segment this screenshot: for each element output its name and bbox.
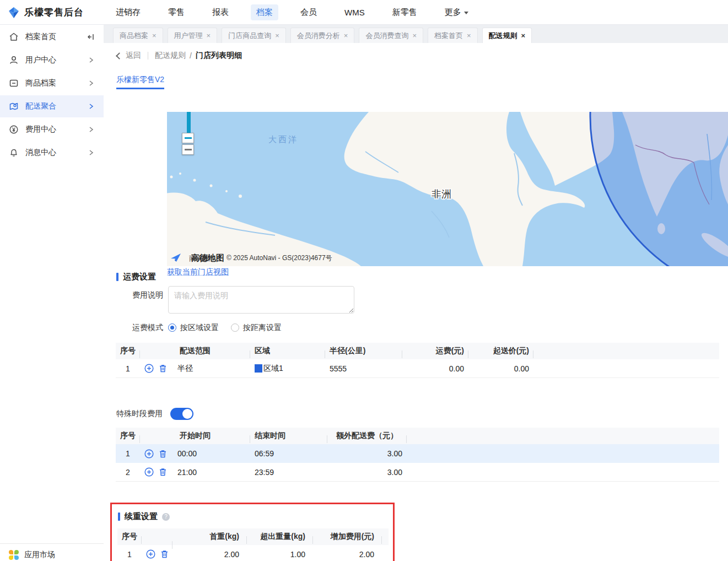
weight-section-annotation-box: 续重设置 ? 序号 首重(kg) 超出重量(kg) 增加费用(元) 1 [110,503,395,561]
delivery-map[interactable]: 大西洋 非洲 南美洲 高德地图 © 2025 AutoNavi - GS( [167,112,728,266]
cell-radius: 5555 [325,364,402,373]
radio-dot-icon [168,323,176,332]
chevron-right-icon [87,149,95,157]
special-period-row: 特殊时段费用 [116,408,193,420]
cell-no: 2 [116,468,140,477]
tab-delivery-rules[interactable]: 配送规则 × [482,28,532,43]
top-header: 乐檬零售后台 进销存 零售 报表 档案 会员 WMS 新零售 更多 [0,0,728,25]
chevron-right-icon [87,103,95,110]
col-header-extra-fee: 额外配送费（元） [327,431,407,441]
close-icon[interactable]: × [521,31,526,40]
map-zoom-slider-handle[interactable] [182,133,194,143]
sidebar-item-user-center[interactable]: 用户中心 [0,49,104,71]
add-row-icon[interactable] [144,467,154,477]
close-icon[interactable]: × [412,31,417,40]
table-row: 1 2.00 1.00 2.00 [117,545,389,561]
nav-item-archive[interactable]: 档案 [251,4,278,20]
nav-item-wms[interactable]: WMS [339,5,370,20]
fee-desc-input[interactable] [168,286,354,314]
tab-user-management[interactable]: 用户管理 × [168,28,218,43]
breadcrumb-parent[interactable]: 配送规则 [155,51,186,61]
cell-actions: 00:00 [140,449,250,458]
sidebar-item-message-center[interactable]: 消息中心 [0,142,104,164]
add-row-icon[interactable] [144,364,154,373]
tab-member-analysis[interactable]: 会员消费分析 × [290,28,355,43]
close-icon[interactable]: × [344,31,348,40]
delete-row-icon[interactable] [158,364,168,373]
open-tabs-bar: 商品档案 × 用户管理 × 门店商品查询 × 会员消费分析 × 会员消费查询 ×… [104,25,728,43]
delete-row-icon[interactable] [160,549,169,559]
help-icon[interactable]: ? [162,513,170,521]
nav-item-member[interactable]: 会员 [295,4,322,20]
zoom-out-button[interactable] [182,144,194,155]
collapse-sidebar-icon[interactable] [87,33,95,41]
special-period-table: 序号 开始时间 结束时间 额外配送费（元） 1 00:00 [116,428,719,482]
nav-item-purchase[interactable]: 进销存 [110,4,146,20]
cell-end-time: 06:59 [250,449,327,458]
get-store-view-link[interactable]: 获取当前门店视图 [167,267,229,277]
app-logo: 乐檬零售后台 [8,0,84,25]
section-title-text: 续重设置 [125,511,158,522]
page-content: 返回 配送规则 / 门店列表明细 乐檬新零售V2 [104,50,728,561]
add-row-icon[interactable] [144,449,154,458]
map-copyright: © 2025 AutoNavi - GS(2023)4677号 [227,253,332,263]
tab-label: 档案首页 [434,31,463,41]
map-zoom-slider-track[interactable] [187,112,191,135]
close-icon[interactable]: × [152,31,157,40]
radio-by-area[interactable]: 按区域设置 [168,323,219,333]
fee-desc-row: 费用说明 [128,286,728,314]
breadcrumb-current: 门店列表明细 [196,51,242,61]
back-chevron-icon[interactable] [116,52,123,60]
col-header-no: 序号 [116,431,140,441]
cell-first-weight: 2.00 [172,550,247,559]
sidebar-item-fee-center[interactable]: 费用中心 [0,118,104,141]
weight-section-title: 续重设置 ? [118,511,393,522]
sidebar-item-label: 档案首页 [25,32,87,42]
continent-label: 非洲 [432,188,451,199]
tab-label: 会员消费查询 [365,31,408,41]
cell-added-fee: 2.00 [313,550,382,559]
tab-store-product-query[interactable]: 门店商品查询 × [222,28,286,43]
col-header-range: 配送范围 [140,346,250,356]
back-link[interactable]: 返回 [126,51,141,61]
top-nav: 进销存 零售 报表 档案 会员 WMS 新零售 更多 [110,0,474,25]
cell-no: 1 [116,449,140,458]
amap-logo-icon [170,253,181,263]
col-header-no: 序号 [116,346,140,356]
cell-no: 1 [117,550,142,559]
freight-mode-label: 运费模式 [128,322,163,333]
table-header-row: 序号 配送范围 区域 半径(公里) 运费(元) 起送价(元) [116,343,719,359]
sidebar-item-label: 费用中心 [25,125,87,134]
cell-end-time: 23:59 [250,468,327,477]
sidebar-item-archive-home[interactable]: 档案首页 [0,26,104,48]
close-icon[interactable]: × [207,31,211,40]
tab-member-query[interactable]: 会员消费查询 × [359,28,423,43]
tab-store-v2[interactable]: 乐檬新零售V2 [116,75,164,89]
tab-archive-home[interactable]: 档案首页 × [428,28,478,43]
tab-label: 会员消费分析 [297,31,340,41]
delete-row-icon[interactable] [158,467,168,477]
sidebar-item-delivery[interactable]: 配送聚合 [0,95,104,117]
col-header-freight: 运费(元) [402,346,468,356]
sidebar-item-product-archive[interactable]: 商品档案 [0,72,104,94]
nav-item-report[interactable]: 报表 [207,4,234,20]
radio-by-distance[interactable]: 按距离设置 [231,323,282,333]
nav-item-more[interactable]: 更多 [439,4,474,20]
freight-section-title: 运费设置 [116,272,156,282]
sidebar-item-app-market[interactable]: 应用市场 [0,543,104,561]
weight-table: 序号 首重(kg) 超出重量(kg) 增加费用(元) 1 [117,528,389,561]
col-header-added-fee: 增加费用(元) [313,532,382,542]
section-title-text: 运费设置 [123,272,156,282]
table-header-row: 序号 开始时间 结束时间 额外配送费（元） [116,428,719,444]
special-period-toggle[interactable] [170,408,193,420]
table-row: 1 半径 区域1 5555 0.00 [116,359,719,378]
add-row-icon[interactable] [146,549,155,559]
delete-row-icon[interactable] [158,449,168,458]
close-icon[interactable]: × [275,31,279,40]
cell-actions: 半径 [140,364,250,374]
nav-item-retail[interactable]: 零售 [163,4,190,20]
col-header-radius: 半径(公里) [325,346,402,356]
tab-product-archive[interactable]: 商品档案 × [113,28,163,43]
close-icon[interactable]: × [467,31,471,40]
nav-item-new-retail[interactable]: 新零售 [387,4,423,20]
